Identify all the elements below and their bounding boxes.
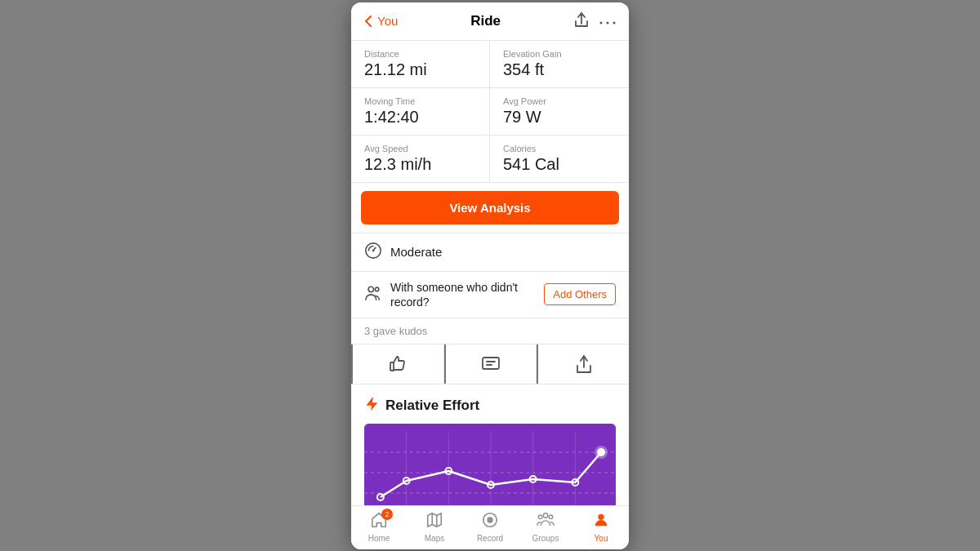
- record-icon: [481, 511, 499, 529]
- home-icon-wrap: 2: [370, 511, 388, 532]
- bottom-nav: 2 Home Maps Record: [351, 505, 629, 549]
- header-actions: [573, 11, 616, 32]
- stat-calories: Calories 541 Cal: [490, 136, 629, 182]
- thumbs-up-icon: [388, 354, 408, 374]
- you-icon-wrap: [592, 511, 610, 532]
- chart-container: [364, 424, 616, 505]
- kudos-row: 3 gave kudos: [351, 318, 629, 344]
- nav-maps-label: Maps: [425, 534, 444, 543]
- moderate-label: Moderate: [390, 245, 442, 259]
- add-others-button[interactable]: Add Others: [544, 283, 616, 305]
- svg-point-27: [538, 515, 542, 519]
- svg-point-24: [597, 448, 605, 456]
- phone-frame: You Ride Distance: [351, 2, 629, 549]
- back-label: You: [377, 14, 398, 28]
- nav-home[interactable]: 2 Home: [351, 511, 407, 543]
- with-someone-text: With someone who didn't record?: [390, 280, 544, 309]
- stat-avg-speed: Avg Speed 12.3 mi/h: [351, 136, 490, 182]
- view-analysis-button[interactable]: View Analysis: [361, 191, 619, 224]
- groups-icon: [537, 511, 555, 529]
- svg-point-2: [613, 21, 616, 24]
- more-icon[interactable]: [599, 14, 616, 29]
- section-title: Relative Effort: [385, 398, 479, 414]
- nav-you-label: You: [595, 534, 608, 543]
- nav-you[interactable]: You: [573, 511, 629, 543]
- share-activity-icon: [575, 354, 593, 374]
- moderate-row: Moderate: [351, 233, 629, 272]
- nav-groups-label: Groups: [532, 534, 559, 543]
- share-activity-button[interactable]: [537, 344, 629, 384]
- maps-icon-wrap: [425, 511, 443, 532]
- kudos-button[interactable]: [351, 344, 444, 384]
- groups-icon-wrap: [537, 511, 555, 532]
- stat-moving-time: Moving Time 1:42:40: [351, 88, 490, 136]
- stat-elevation: Elevation Gain 354 ft: [490, 41, 629, 88]
- nav-record-label: Record: [477, 534, 503, 543]
- gauge-icon: [364, 242, 382, 263]
- svg-point-0: [600, 21, 603, 24]
- svg-point-26: [487, 517, 492, 522]
- record-icon-wrap: [481, 511, 499, 532]
- action-bar: [351, 344, 629, 384]
- header: You Ride: [351, 2, 629, 41]
- stats-grid: Distance 21.12 mi Elevation Gain 354 ft …: [351, 41, 629, 183]
- people-icon: [364, 285, 382, 304]
- stat-distance: Distance 21.12 mi: [351, 41, 490, 88]
- stat-avg-power: Avg Power 79 W: [490, 88, 629, 136]
- svg-point-30: [598, 513, 604, 519]
- back-button[interactable]: You: [364, 14, 398, 28]
- with-someone-left: With someone who didn't record?: [364, 280, 544, 309]
- svg-point-29: [549, 515, 553, 519]
- comment-button[interactable]: [444, 344, 537, 384]
- nav-record[interactable]: Record: [462, 511, 518, 543]
- scroll-content: Distance 21.12 mi Elevation Gain 354 ft …: [351, 41, 629, 505]
- section-header: Relative Effort: [364, 396, 616, 415]
- with-someone-row: With someone who didn't record? Add Othe…: [351, 272, 629, 318]
- you-icon: [592, 511, 610, 529]
- maps-icon: [425, 511, 443, 529]
- svg-point-4: [372, 249, 375, 251]
- svg-point-28: [543, 513, 548, 518]
- svg-point-5: [368, 287, 373, 291]
- share-icon[interactable]: [573, 11, 590, 32]
- nav-maps[interactable]: Maps: [407, 511, 462, 543]
- comment-icon: [481, 354, 501, 374]
- kudos-count: 3 gave kudos: [364, 325, 427, 337]
- svg-point-1: [607, 21, 609, 24]
- svg-rect-7: [483, 358, 499, 369]
- chevron-left-icon: [364, 16, 372, 27]
- nav-groups[interactable]: Groups: [518, 511, 573, 543]
- relative-effort-section: Relative Effort: [351, 384, 629, 505]
- nav-home-label: Home: [368, 534, 390, 543]
- lightning-icon: [364, 396, 379, 415]
- home-badge: 2: [381, 509, 393, 520]
- page-title: Ride: [470, 13, 501, 29]
- svg-point-6: [375, 287, 379, 291]
